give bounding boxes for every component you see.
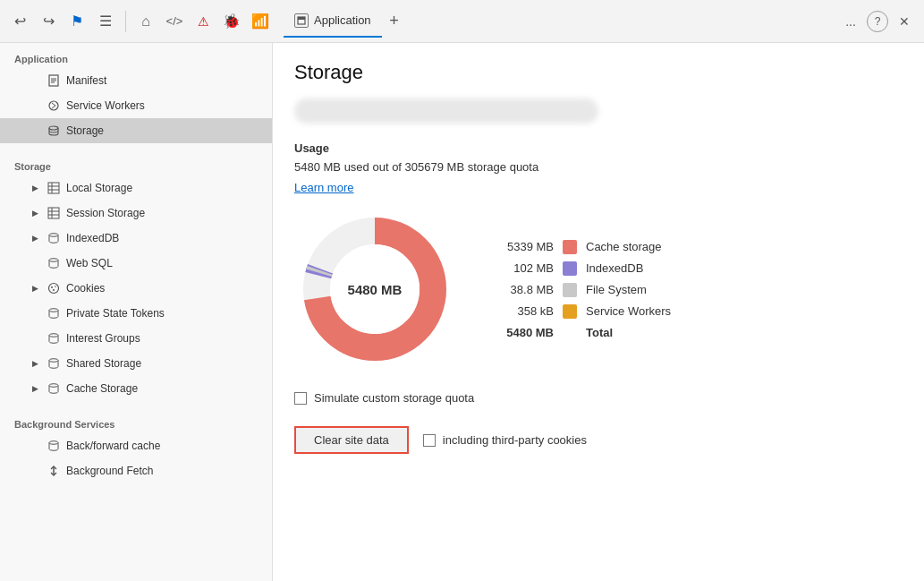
- cache-storage-icon: [47, 381, 61, 396]
- private-state-tokens-label: Private State Tokens: [66, 307, 165, 320]
- manifest-label: Manifest: [66, 74, 106, 87]
- pin-icon[interactable]: ⚑: [64, 9, 89, 34]
- svg-rect-12: [48, 208, 59, 218]
- chart-area: 5480 MB 5339 MB Cache storage 102 MB Ind…: [294, 209, 903, 370]
- legend-sw-color: [563, 304, 577, 319]
- warning-icon[interactable]: ⚠: [191, 9, 216, 34]
- svg-rect-8: [48, 183, 59, 193]
- storage-label: Storage: [66, 124, 104, 137]
- legend-sw-value: 358 kB: [491, 304, 554, 318]
- legend-item-filesystem: 38.8 MB File System: [491, 283, 671, 297]
- clear-site-data-button[interactable]: Clear site data: [294, 426, 409, 454]
- interest-groups-label: Interest Groups: [66, 332, 140, 345]
- legend-item-cache: 5339 MB Cache storage: [491, 240, 671, 254]
- sidebar-section-application: Application: [0, 43, 272, 68]
- sidebar-item-web-sql[interactable]: Web SQL: [0, 251, 272, 276]
- sidebar-item-cache-storage[interactable]: ▶ Cache Storage: [0, 376, 272, 401]
- expand-cache-storage[interactable]: ▶: [29, 382, 41, 395]
- back-forward-cache-label: Back/forward cache: [66, 440, 160, 452]
- close-devtools-icon[interactable]: ✕: [892, 9, 917, 34]
- svg-point-26: [49, 441, 58, 445]
- service-workers-icon: [47, 98, 61, 113]
- sidebar-item-local-storage[interactable]: ▶ Local Storage: [0, 175, 272, 201]
- third-party-cookies-checkbox[interactable]: [423, 434, 436, 447]
- bug-icon[interactable]: 🐞: [219, 9, 244, 34]
- usage-section-title: Usage: [294, 141, 903, 155]
- donut-chart: 5480 MB: [294, 209, 455, 370]
- expand-indexeddb[interactable]: ▶: [29, 232, 41, 244]
- tab-app-icon: [294, 13, 309, 28]
- clear-section: Clear site data including third-party co…: [294, 426, 903, 454]
- sidebar-item-storage[interactable]: Storage: [0, 118, 272, 143]
- svg-point-6: [49, 101, 58, 110]
- wifi-icon[interactable]: 📶: [248, 9, 273, 34]
- tab-bar: Application +: [284, 5, 835, 38]
- usage-text: 5480 MB used out of 305679 MB storage qu…: [294, 160, 903, 174]
- web-sql-icon: [47, 256, 61, 270]
- chart-legend: 5339 MB Cache storage 102 MB IndexedDB 3…: [491, 240, 671, 339]
- svg-point-18: [49, 284, 59, 294]
- menu-icon[interactable]: ☰: [93, 9, 118, 34]
- shared-storage-label: Shared Storage: [66, 357, 141, 370]
- indexeddb-label: IndexedDB: [66, 232, 119, 244]
- home-icon[interactable]: ⌂: [133, 9, 158, 34]
- expand-local-storage[interactable]: ▶: [29, 182, 41, 194]
- legend-indexeddb-value: 102 MB: [491, 261, 554, 275]
- private-state-tokens-icon: [47, 306, 61, 320]
- separator: [125, 11, 126, 32]
- legend-indexeddb-color: [563, 261, 577, 276]
- page-title: Storage: [294, 61, 903, 84]
- svg-point-17: [49, 259, 58, 262]
- sidebar-item-session-storage[interactable]: ▶ Session Storage: [0, 201, 272, 226]
- svg-point-20: [55, 286, 56, 287]
- sidebar-item-background-fetch[interactable]: Background Fetch: [0, 458, 272, 483]
- learn-more-link[interactable]: Learn more: [294, 181, 353, 194]
- svg-point-7: [49, 126, 58, 130]
- expand-shared-storage[interactable]: ▶: [29, 357, 41, 370]
- application-tab[interactable]: Application: [284, 5, 382, 38]
- expand-cookies[interactable]: ▶: [29, 282, 41, 295]
- svg-point-24: [49, 359, 58, 363]
- web-sql-label: Web SQL: [66, 257, 113, 269]
- sidebar-item-service-workers[interactable]: Service Workers: [0, 93, 272, 118]
- svg-rect-1: [298, 17, 305, 20]
- toolbar-right: ... ? ✕: [838, 9, 917, 34]
- svg-point-16: [49, 234, 58, 237]
- local-storage-label: Local Storage: [66, 182, 132, 194]
- expand-placeholder5: [29, 307, 41, 320]
- more-icon[interactable]: ...: [838, 9, 863, 34]
- add-tab-button[interactable]: +: [382, 9, 407, 34]
- session-storage-label: Session Storage: [66, 207, 145, 219]
- sidebar-item-interest-groups[interactable]: Interest Groups: [0, 326, 272, 351]
- legend-filesystem-value: 38.8 MB: [491, 283, 554, 296]
- legend-filesystem-color: [563, 283, 577, 297]
- sidebar-item-cookies[interactable]: ▶ Cookies: [0, 276, 272, 301]
- legend-cache-value: 5339 MB: [491, 240, 554, 253]
- shared-storage-icon: [47, 356, 61, 371]
- svg-point-21: [53, 289, 55, 291]
- sidebar-item-indexeddb[interactable]: ▶ IndexedDB: [0, 226, 272, 251]
- expand-session-storage[interactable]: ▶: [29, 207, 41, 219]
- expand-placeholder: [29, 74, 41, 87]
- manifest-icon: [47, 73, 61, 88]
- indexeddb-icon: [47, 231, 61, 245]
- svg-point-19: [51, 286, 53, 288]
- expand-placeholder8: [29, 465, 41, 477]
- cache-storage-label: Cache Storage: [66, 382, 138, 395]
- third-party-label: including third-party cookies: [443, 433, 587, 447]
- simulate-quota-checkbox[interactable]: [294, 392, 307, 405]
- donut-center-label: 5480 MB: [348, 282, 403, 297]
- code-icon[interactable]: </>: [162, 9, 187, 34]
- sidebar-item-manifest[interactable]: Manifest: [0, 68, 272, 93]
- expand-placeholder7: [29, 440, 41, 452]
- content-area: Storage Usage 5480 MB used out of 305679…: [273, 43, 924, 581]
- tab-label: Application: [314, 13, 371, 27]
- sidebar-item-shared-storage[interactable]: ▶ Shared Storage: [0, 351, 272, 376]
- sidebar-item-back-forward-cache[interactable]: Back/forward cache: [0, 433, 272, 458]
- forward-icon[interactable]: ↪: [36, 9, 61, 34]
- background-fetch-label: Background Fetch: [66, 465, 153, 477]
- sidebar-item-private-state-tokens[interactable]: Private State Tokens: [0, 301, 272, 326]
- help-icon[interactable]: ?: [867, 11, 888, 32]
- back-icon[interactable]: ↩: [7, 9, 32, 34]
- cookies-icon: [47, 281, 61, 295]
